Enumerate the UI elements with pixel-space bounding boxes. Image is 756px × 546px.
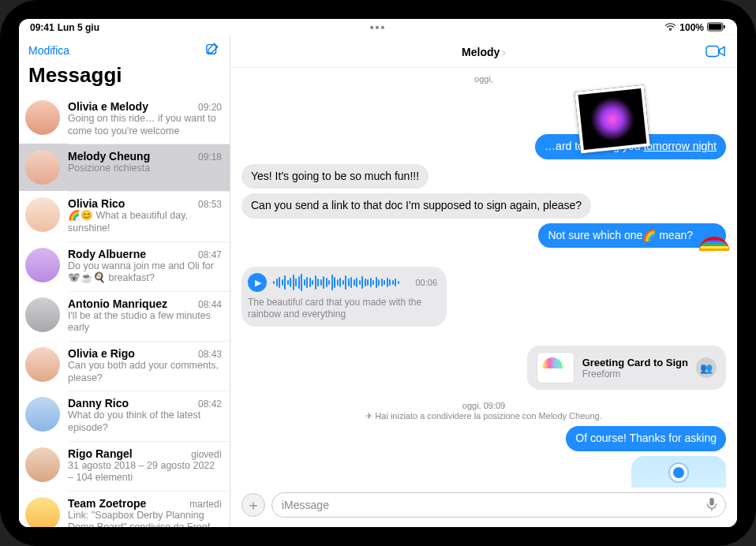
chat-pane: Melody › oggi, …ard to seeing you tomorr… <box>230 36 737 527</box>
svg-rect-2 <box>724 24 725 28</box>
audio-message[interactable]: 00:06 The beautiful card that you made w… <box>241 267 447 327</box>
day-label: oggi, <box>241 74 726 84</box>
conversation-name: Rigo Rangel <box>68 447 133 460</box>
attach-button[interactable]: ＋ <box>241 493 265 517</box>
conversation-name: Olivia Rico <box>68 197 125 210</box>
video-icon <box>705 43 726 60</box>
message-outgoing[interactable]: Not sure which one🌈 mean? <box>538 223 726 249</box>
chat-title-text: Melody <box>462 46 500 58</box>
conversation-name: Danny Rico <box>68 397 129 410</box>
conversation-name: Olivia e Rigo <box>68 347 135 360</box>
compose-button[interactable] <box>204 41 220 60</box>
rainbow-sticker[interactable] <box>699 237 729 262</box>
conversation-row[interactable]: Olivia Rico 08:53 🌈😊 What a beautiful da… <box>19 191 230 241</box>
attachment-app: Freeform <box>582 368 688 380</box>
conversation-time: 08:44 <box>198 299 222 310</box>
screen: 09:41 Lun 5 giu ••• 100% Modifica <box>19 19 737 527</box>
system-text: ✈ Hai iniziato a condividere la posizion… <box>365 411 601 421</box>
status-bar: 09:41 Lun 5 giu ••• 100% <box>19 19 737 36</box>
avatar <box>25 248 60 282</box>
conversation-row[interactable]: Rigo Rangel giovedì 31 agosto 2018 – 29 … <box>19 441 230 491</box>
status-right: 100% <box>664 22 726 34</box>
facetime-button[interactable] <box>705 43 726 63</box>
avatar <box>25 100 60 135</box>
avatar <box>25 447 60 482</box>
conversation-preview: 31 agosto 2018 – 29 agosto 2022 – 104 el… <box>68 460 222 484</box>
multitask-dots-icon[interactable]: ••• <box>370 21 387 34</box>
chat-header[interactable]: Melody › <box>230 36 737 68</box>
collaborators-icon[interactable]: 👥 <box>696 357 717 378</box>
conversation-name: Team Zoetrope <box>68 497 146 510</box>
conversation-preview: Can you both add your comments, please? <box>68 360 222 384</box>
waveform-icon[interactable] <box>273 274 409 291</box>
system-message: oggi, 09:09 ✈ Hai iniziato a condividere… <box>241 401 726 421</box>
conversation-row[interactable]: Team Zoetrope martedì Link: "Soapbox Der… <box>19 491 230 527</box>
conversation-name: Antonio Manriquez <box>68 297 167 310</box>
sidebar: Modifica Messaggi Olivia e Melody 09:20 <box>19 36 230 527</box>
conversation-time: 09:20 <box>198 102 222 113</box>
svg-rect-5 <box>709 497 713 505</box>
avatar <box>25 397 60 432</box>
conversation-row[interactable]: Rody Albuerne 08:47 Do you wanna join me… <box>19 241 230 291</box>
chat-title[interactable]: Melody › <box>462 46 506 58</box>
location-status: Richiesto <box>657 486 699 488</box>
status-date: Lun 5 giu <box>58 22 99 33</box>
chat-body[interactable]: oggi, …ard to seeing you tomorrow night … <box>230 68 737 488</box>
conversation-time: 08:42 <box>198 398 222 410</box>
conversation-name: Rody Albuerne <box>68 248 146 260</box>
message-text: Can you send a link to that doc I'm supp… <box>251 199 582 211</box>
attachment-title: Greeting Card to Sign <box>582 357 688 368</box>
system-time: oggi, 09:09 <box>462 401 505 410</box>
wifi-icon <box>664 22 676 34</box>
conversation-preview: Posizione richiesta <box>68 163 222 175</box>
status-left: 09:41 Lun 5 giu <box>30 22 99 33</box>
conversation-preview: I'll be at the studio a few minutes earl… <box>68 310 222 335</box>
battery-pct: 100% <box>679 22 704 33</box>
status-time: 09:41 <box>30 22 54 33</box>
message-text: mean? <box>656 229 693 241</box>
message-link[interactable]: tomorrow night <box>643 140 717 152</box>
compose-icon <box>204 41 220 57</box>
conversation-row[interactable]: Olivia e Rigo 08:43 Can you both add you… <box>19 341 230 391</box>
chevron-right-icon: › <box>502 46 506 58</box>
location-request-card[interactable]: Richiesto <box>631 456 726 488</box>
conversation-time: 08:43 <box>198 349 222 360</box>
conversation-name: Melody Cheung <box>68 150 150 163</box>
message-outgoing[interactable]: Of course! Thanks for asking <box>566 426 726 451</box>
message-incoming[interactable]: Yes! It's going to be so much fun!!! <box>241 164 429 189</box>
audio-transcript: The beautiful card that you made with th… <box>248 297 437 320</box>
conversation-time: 09:18 <box>198 151 222 163</box>
conversation-name: Olivia e Melody <box>68 100 148 113</box>
avatar <box>25 347 60 382</box>
conversation-preview: Do you wanna join me and Oli for 🐨☕🍳 bre… <box>68 260 222 285</box>
location-dot-icon <box>670 464 687 481</box>
message-incoming[interactable]: Can you send a link to that doc I'm supp… <box>241 193 591 219</box>
input-placeholder: iMessage <box>282 499 329 511</box>
attachment-thumbnail <box>537 352 574 383</box>
battery-icon <box>707 22 726 34</box>
sidebar-title: Messaggi <box>19 60 230 94</box>
message-text: Yes! It's going to be so much fun!!! <box>251 170 419 182</box>
conversation-list[interactable]: Olivia e Melody 09:20 Going on this ride… <box>19 94 230 527</box>
conversation-time: giovedì <box>191 449 222 460</box>
edit-button[interactable]: Modifica <box>28 44 69 57</box>
svg-rect-4 <box>706 47 719 57</box>
photo-thumbnail[interactable] <box>574 85 650 154</box>
play-button[interactable] <box>248 273 267 292</box>
avatar <box>25 150 60 185</box>
message-input[interactable]: iMessage <box>271 492 726 518</box>
message-text: Of course! Thanks for asking <box>575 432 717 444</box>
dictation-button[interactable] <box>706 497 717 514</box>
mic-icon <box>706 497 717 511</box>
ipad-frame: 09:41 Lun 5 giu ••• 100% Modifica <box>0 0 756 546</box>
message-text: Not sure which one <box>548 229 642 241</box>
shared-document-card[interactable]: Greeting Card to Sign Freeform 👥 <box>527 346 726 390</box>
input-bar: ＋ iMessage <box>230 488 737 527</box>
conversation-time: 08:53 <box>198 199 222 210</box>
conversation-row[interactable]: Antonio Manriquez 08:44 I'll be at the s… <box>19 291 230 341</box>
conversation-row[interactable]: Danny Rico 08:42 What do you think of th… <box>19 391 230 440</box>
conversation-row[interactable]: Melody Cheung 09:18 Posizione richiesta <box>19 144 230 191</box>
conversation-preview: What do you think of the latest episode? <box>68 410 222 434</box>
conversation-row[interactable]: Olivia e Melody 09:20 Going on this ride… <box>19 94 230 144</box>
conversation-preview: 🌈😊 What a beautiful day, sunshine! <box>68 210 222 234</box>
